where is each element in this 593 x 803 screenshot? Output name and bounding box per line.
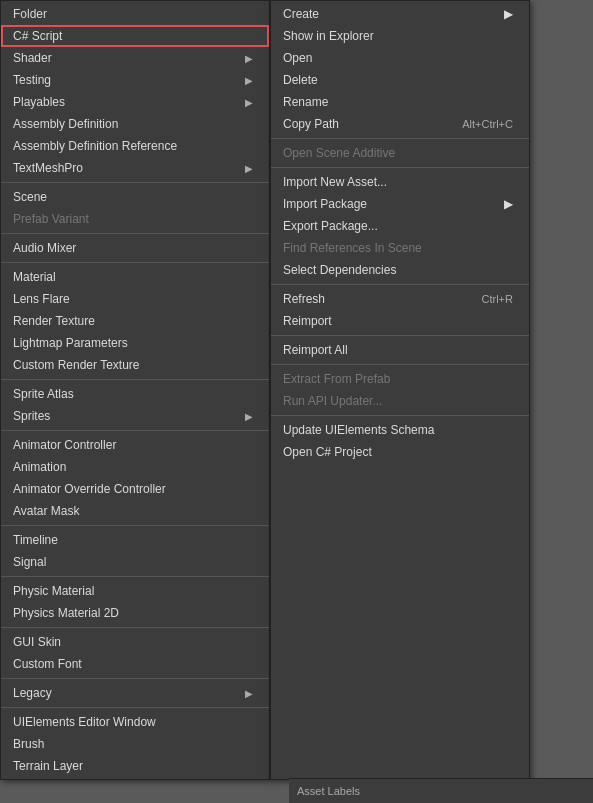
menu-item-assembly-definition-ref[interactable]: Assembly Definition Reference (1, 135, 269, 157)
submenu-separator-after-copy-path (271, 138, 529, 139)
menu-item-label-animation: Animation (13, 460, 66, 474)
menu-item-label-textmeshpro: TextMeshPro (13, 161, 83, 175)
menu-item-uielements-editor-window[interactable]: UIElements Editor Window (1, 711, 269, 733)
menu-item-physics-material-2d[interactable]: Physics Material 2D (1, 602, 269, 624)
menu-item-avatar-mask[interactable]: Avatar Mask (1, 500, 269, 522)
submenu-item-label-export-package: Export Package... (283, 219, 378, 233)
submenu-item-label-create: Create (283, 7, 319, 21)
menu-item-animation[interactable]: Animation (1, 456, 269, 478)
submenu-item-open-scene-additive: Open Scene Additive (271, 142, 529, 164)
menu-item-custom-font[interactable]: Custom Font (1, 653, 269, 675)
menu-item-sprites[interactable]: Sprites▶ (1, 405, 269, 427)
menu-item-label-avatar-mask: Avatar Mask (13, 504, 79, 518)
submenu-separator-after-run-api-updater (271, 415, 529, 416)
submenu-item-open[interactable]: Open (271, 47, 529, 69)
menu-item-lens-flare[interactable]: Lens Flare (1, 288, 269, 310)
arrow-icon-create: ▶ (504, 7, 513, 21)
submenu-item-label-find-references: Find References In Scene (283, 241, 422, 255)
menu-item-textmeshpro[interactable]: TextMeshPro▶ (1, 157, 269, 179)
submenu-item-label-update-uielements: Update UIElements Schema (283, 423, 434, 437)
menu-item-testing[interactable]: Testing▶ (1, 69, 269, 91)
arrow-icon-sprites: ▶ (245, 411, 253, 422)
menu-item-label-playables: Playables (13, 95, 65, 109)
menu-item-material[interactable]: Material (1, 266, 269, 288)
menu-item-label-folder: Folder (13, 7, 47, 21)
menu-item-signal[interactable]: Signal (1, 551, 269, 573)
menu-item-shader[interactable]: Shader▶ (1, 47, 269, 69)
menu-item-sprite-atlas[interactable]: Sprite Atlas (1, 383, 269, 405)
submenu-item-open-csharp-project[interactable]: Open C# Project (271, 441, 529, 463)
arrow-icon-textmeshpro: ▶ (245, 163, 253, 174)
menu-item-label-physics-material-2d: Physics Material 2D (13, 606, 119, 620)
separator-after-textmeshpro (1, 182, 269, 183)
menu-item-brush[interactable]: Brush (1, 733, 269, 755)
submenu-item-label-show-in-explorer: Show in Explorer (283, 29, 374, 43)
menu-item-label-legacy: Legacy (13, 686, 52, 700)
submenu-item-label-rename: Rename (283, 95, 328, 109)
separator-after-avatar-mask (1, 525, 269, 526)
menu-item-label-render-texture: Render Texture (13, 314, 95, 328)
submenu-item-export-package[interactable]: Export Package... (271, 215, 529, 237)
menu-item-label-animator-override-controller: Animator Override Controller (13, 482, 166, 496)
menu-item-animator-override-controller[interactable]: Animator Override Controller (1, 478, 269, 500)
arrow-icon-testing: ▶ (245, 75, 253, 86)
submenu-item-extract-from-prefab: Extract From Prefab (271, 368, 529, 390)
submenu-item-reimport[interactable]: Reimport (271, 310, 529, 332)
submenu-item-refresh[interactable]: RefreshCtrl+R (271, 288, 529, 310)
submenu-item-create[interactable]: Create▶ (271, 3, 529, 25)
menu-item-audio-mixer[interactable]: Audio Mixer (1, 237, 269, 259)
menu-item-label-terrain-layer: Terrain Layer (13, 759, 83, 773)
menu-item-playables[interactable]: Playables▶ (1, 91, 269, 113)
submenu-item-label-copy-path: Copy Path (283, 117, 339, 131)
submenu-item-label-select-dependencies: Select Dependencies (283, 263, 396, 277)
menu-item-csharp-script[interactable]: C# Script (1, 25, 269, 47)
menu-item-physic-material[interactable]: Physic Material (1, 580, 269, 602)
menu-item-lightmap-parameters[interactable]: Lightmap Parameters (1, 332, 269, 354)
menu-item-timeline[interactable]: Timeline (1, 529, 269, 551)
menu-item-terrain-layer[interactable]: Terrain Layer (1, 755, 269, 777)
submenu-item-show-in-explorer[interactable]: Show in Explorer (271, 25, 529, 47)
submenu-item-label-reimport-all: Reimport All (283, 343, 348, 357)
submenu-separator-after-reimport (271, 335, 529, 336)
menu-item-label-csharp-script: C# Script (13, 29, 62, 43)
separator-after-custom-render-texture (1, 379, 269, 380)
right-submenu-panel: Create▶Show in ExplorerOpenDeleteRenameC… (270, 0, 530, 780)
submenu-item-import-package[interactable]: Import Package▶ (271, 193, 529, 215)
submenu-item-rename[interactable]: Rename (271, 91, 529, 113)
menu-item-assembly-definition[interactable]: Assembly Definition (1, 113, 269, 135)
submenu-item-label-run-api-updater: Run API Updater... (283, 394, 382, 408)
menu-item-folder[interactable]: Folder (1, 3, 269, 25)
submenu-separator-after-reimport-all (271, 364, 529, 365)
menu-item-label-shader: Shader (13, 51, 52, 65)
separator-after-prefab-variant (1, 233, 269, 234)
menu-item-label-scene: Scene (13, 190, 47, 204)
menu-item-render-texture[interactable]: Render Texture (1, 310, 269, 332)
submenu-item-update-uielements[interactable]: Update UIElements Schema (271, 419, 529, 441)
submenu-separator-after-select-dependencies (271, 284, 529, 285)
menu-item-label-gui-skin: GUI Skin (13, 635, 61, 649)
submenu-item-copy-path[interactable]: Copy PathAlt+Ctrl+C (271, 113, 529, 135)
menu-item-label-physic-material: Physic Material (13, 584, 94, 598)
menu-item-custom-render-texture[interactable]: Custom Render Texture (1, 354, 269, 376)
submenu-item-label-delete: Delete (283, 73, 318, 87)
submenu-item-label-open-csharp-project: Open C# Project (283, 445, 372, 459)
menu-item-label-animator-controller: Animator Controller (13, 438, 116, 452)
submenu-item-reimport-all[interactable]: Reimport All (271, 339, 529, 361)
submenu-item-label-refresh: Refresh (283, 292, 325, 306)
menu-item-gui-skin[interactable]: GUI Skin (1, 631, 269, 653)
submenu-item-import-new-asset[interactable]: Import New Asset... (271, 171, 529, 193)
arrow-icon-import-package: ▶ (504, 197, 513, 211)
menu-item-label-testing: Testing (13, 73, 51, 87)
menu-item-scene[interactable]: Scene (1, 186, 269, 208)
submenu-item-select-dependencies[interactable]: Select Dependencies (271, 259, 529, 281)
menu-item-animator-controller[interactable]: Animator Controller (1, 434, 269, 456)
menu-item-legacy[interactable]: Legacy▶ (1, 682, 269, 704)
shortcut-refresh: Ctrl+R (482, 293, 513, 305)
separator-after-audio-mixer (1, 262, 269, 263)
submenu-item-label-open-scene-additive: Open Scene Additive (283, 146, 395, 160)
submenu-item-delete[interactable]: Delete (271, 69, 529, 91)
menu-item-label-sprite-atlas: Sprite Atlas (13, 387, 74, 401)
separator-after-custom-font (1, 678, 269, 679)
menu-item-label-timeline: Timeline (13, 533, 58, 547)
submenu-item-label-import-package: Import Package (283, 197, 367, 211)
